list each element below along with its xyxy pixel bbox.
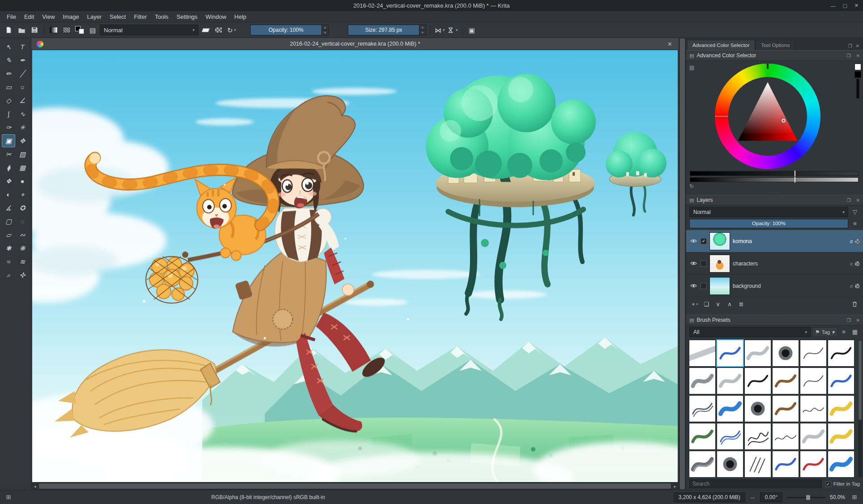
tool-button[interactable]: ↖ [2, 40, 15, 53]
brush-preset[interactable] [800, 395, 827, 422]
brush-search-input[interactable] [689, 479, 822, 488]
tool-button[interactable]: ✱ [2, 242, 15, 255]
tool-button[interactable]: ✳ [16, 121, 29, 134]
color-history-strip[interactable] [856, 79, 859, 98]
close-button[interactable]: ✕ [854, 3, 859, 9]
brush-preset[interactable] [689, 423, 716, 450]
tool-button[interactable]: ∿ [16, 107, 29, 120]
zoom-slider[interactable] [787, 494, 825, 501]
move-layer-down-button[interactable]: ∨ [713, 299, 723, 309]
menu-item[interactable]: Layer [83, 12, 106, 21]
tool-button[interactable]: ╱ [16, 67, 29, 80]
document-tab[interactable]: 2016-02-24_vertical-cover_remake.kra (20… [31, 38, 679, 50]
brush-close-icon[interactable]: ✕ [856, 318, 860, 323]
splitter-grip[interactable]: ····· [686, 311, 863, 315]
scroll-left-icon[interactable]: ◂ [31, 484, 38, 489]
tag-button[interactable]: ⚑ Tag ▾ [812, 327, 837, 337]
layers-float-icon[interactable]: ❐ [847, 198, 851, 203]
canvas-rotation-icon[interactable]: ↔ [750, 494, 756, 500]
zoom-slider-handle[interactable] [806, 495, 810, 500]
brush-preset[interactable] [772, 395, 799, 422]
color-wheel[interactable] [715, 64, 820, 169]
hscroll-thumb[interactable] [39, 483, 671, 489]
delete-layer-button[interactable] [849, 299, 860, 309]
layer-options-button[interactable]: ≡ [850, 218, 860, 228]
layer-visibility-icon[interactable] [689, 260, 698, 267]
alpha-inherit-icon[interactable]: α [850, 283, 853, 289]
new-document-button[interactable] [3, 24, 14, 36]
brush-preset[interactable] [772, 367, 799, 394]
brush-preset[interactable] [717, 395, 743, 422]
spin-down-icon[interactable]: ▾ [322, 30, 328, 35]
brush-preset[interactable] [800, 451, 827, 478]
reload-preset-button[interactable]: ↻▾ [226, 24, 237, 36]
menu-item[interactable]: Filter [130, 12, 151, 21]
menu-item[interactable]: Help [231, 12, 251, 21]
brush-preset[interactable] [828, 451, 854, 478]
tool-button[interactable]: ● [16, 175, 29, 188]
size-spinner[interactable]: ▴▾ [419, 25, 426, 35]
menu-item[interactable]: View [38, 12, 59, 21]
brush-editor-button[interactable]: ▤ [87, 24, 98, 36]
open-document-button[interactable] [16, 24, 27, 36]
duplicate-layer-button[interactable]: ❏ [701, 299, 712, 309]
docker-float-icon[interactable]: ❐ [848, 43, 852, 48]
tool-button[interactable]: ✥ [16, 134, 29, 147]
tool-button[interactable]: ▢ [2, 215, 15, 228]
brush-preset[interactable] [800, 367, 827, 394]
tool-button[interactable]: ✎ [2, 54, 15, 67]
menu-item[interactable]: File [3, 12, 20, 21]
value-strip-1[interactable] [690, 171, 859, 176]
layer-row[interactable]: ✓ characters α [686, 252, 863, 275]
tool-button[interactable]: ▱ [2, 228, 15, 241]
spin-up-icon[interactable]: ▴ [322, 25, 328, 30]
mirror-horizontal-button[interactable]: ⋈▾ [434, 24, 445, 36]
layer-filter-button[interactable]: ▽ [850, 207, 860, 217]
layer-visibility-icon[interactable] [689, 282, 698, 289]
tool-button[interactable]: ✒ [16, 54, 29, 67]
docker-close-icon[interactable]: ✕ [856, 43, 859, 48]
move-layer-up-button[interactable]: ∧ [724, 299, 735, 309]
preset-scroll-thumb[interactable] [859, 341, 862, 420]
brush-preset[interactable] [744, 367, 771, 394]
tab-tool-options[interactable]: Tool Options [756, 40, 795, 50]
brush-preset[interactable] [828, 367, 854, 394]
view-grid-button[interactable]: ▦ [850, 327, 860, 337]
brush-preset[interactable] [828, 340, 854, 367]
canvas-horizontal-scrollbar[interactable]: ◂ ▸ [31, 482, 679, 490]
brush-preset[interactable] [744, 451, 771, 478]
scroll-right-icon[interactable]: ▸ [671, 484, 679, 489]
menu-item[interactable]: Settings [172, 12, 201, 21]
spin-down-icon[interactable]: ▾ [419, 30, 426, 35]
spin-up-icon[interactable]: ▴ [419, 25, 426, 30]
layer-row[interactable]: ✓ background α [686, 275, 863, 297]
tool-button[interactable]: ≋ [16, 255, 29, 268]
canvas-vertical-scrollbar[interactable] [679, 38, 686, 490]
menu-item[interactable]: Select [106, 12, 130, 21]
filter-in-tag-checkbox[interactable]: ✓ [825, 481, 831, 487]
tool-button[interactable]: ❖ [2, 175, 15, 188]
blending-mode-combobox[interactable]: Normal ▾ [100, 25, 198, 35]
tool-button[interactable]: ∡ [2, 201, 15, 214]
brush-preset[interactable] [689, 451, 716, 478]
menu-item[interactable]: Window [201, 12, 230, 21]
brush-float-icon[interactable]: ❐ [847, 318, 851, 323]
view-list-button[interactable]: ≡ [839, 327, 849, 337]
brush-preset[interactable] [689, 340, 716, 367]
brush-preset[interactable] [772, 423, 799, 450]
brush-preset[interactable] [828, 423, 854, 450]
brush-preset[interactable] [800, 423, 827, 450]
layer-blending-mode-combobox[interactable]: Normal ▾ [689, 207, 848, 217]
minimize-button[interactable]: — [830, 3, 835, 9]
canvas[interactable] [32, 50, 678, 482]
tool-button[interactable]: ∫ [2, 107, 15, 120]
tool-button[interactable]: ▨ [16, 148, 29, 161]
opacity-slider[interactable]: Opacity: 100% [250, 25, 322, 35]
brush-preset[interactable] [744, 340, 771, 367]
eraser-mode-button[interactable] [200, 24, 211, 36]
tool-button[interactable]: ⌖ [16, 188, 29, 201]
layer-properties-button[interactable]: ≣ [736, 299, 747, 309]
tool-button[interactable]: ✑ [2, 121, 15, 134]
opacity-spinner[interactable]: ▴▾ [322, 25, 329, 35]
brush-preset[interactable] [689, 395, 716, 422]
